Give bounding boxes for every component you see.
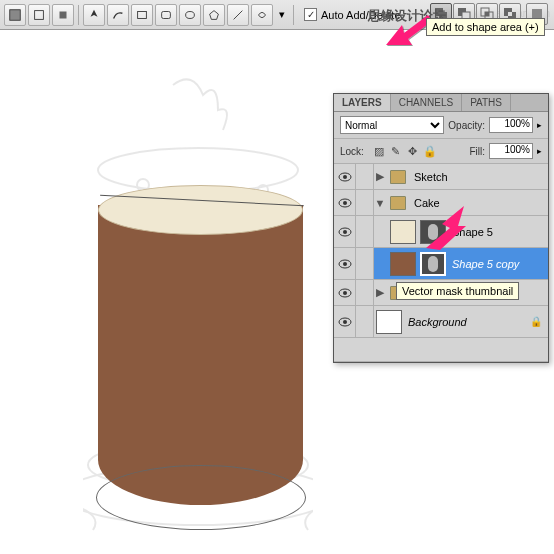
visibility-toggle[interactable] [334,248,356,279]
fill-input[interactable]: 100% [489,143,533,159]
blend-opacity-row: Normal Opacity: 100% ▸ [334,112,548,139]
tooltip-add-shape: Add to shape area (+) [426,18,545,36]
svg-point-35 [343,291,347,295]
layer-thumbnail[interactable] [390,252,416,276]
svg-point-37 [343,320,347,324]
layer-name[interactable]: Shape 5 copy [448,258,548,270]
pen-tool-btn[interactable] [83,4,105,26]
auto-add-delete-checkbox[interactable]: ✓ [304,8,317,21]
opacity-label: Opacity: [448,120,485,131]
fill-pixels-btn[interactable] [52,4,74,26]
link-col [356,164,374,189]
svg-marker-6 [210,10,219,19]
empty-layer-area [334,338,548,362]
layer-thumbnail[interactable] [376,310,402,334]
visibility-toggle[interactable] [334,216,356,247]
lock-label: Lock: [340,146,364,157]
lock-transparency-icon[interactable]: ▨ [372,144,386,158]
opacity-input[interactable]: 100% [489,117,533,133]
svg-rect-17 [508,12,512,16]
shape-options-btn[interactable]: ▾ [275,4,289,26]
blend-mode-select[interactable]: Normal [340,116,444,134]
svg-point-27 [343,175,347,179]
svg-point-29 [343,201,347,205]
cake-body [98,205,303,505]
svg-rect-2 [60,11,67,18]
tab-paths[interactable]: PATHS [462,94,511,111]
layer-row-background[interactable]: Background 🔒 [334,306,548,338]
svg-point-5 [186,11,195,18]
freeform-pen-btn[interactable] [107,4,129,26]
folder-icon [390,196,406,210]
svg-point-33 [343,262,347,266]
link-col [356,306,374,337]
ellipse-shape-btn[interactable] [179,4,201,26]
polygon-shape-btn[interactable] [203,4,225,26]
tooltip-vector-mask: Vector mask thumbnail [396,282,519,300]
svg-point-31 [343,230,347,234]
lock-all-icon[interactable]: 🔒 [423,144,437,158]
svg-rect-3 [138,11,147,18]
lock-indicator-icon: 🔒 [530,316,548,327]
link-col [356,216,374,247]
svg-rect-4 [162,11,171,18]
svg-rect-0 [10,9,21,20]
twisty-icon[interactable]: ▶ [374,286,386,299]
vector-mask-thumbnail-selected[interactable] [420,252,446,276]
link-col [356,280,374,305]
lock-pixels-icon[interactable]: ✎ [389,144,403,158]
custom-shape-btn[interactable] [251,4,273,26]
layer-thumbnail[interactable] [390,220,416,244]
cake-top-ellipse [98,185,303,235]
link-col [356,190,374,215]
twisty-icon[interactable]: ▼ [374,197,386,209]
layer-name[interactable]: Background [404,316,530,328]
panel-tabs: LAYERS CHANNELS PATHS [334,94,548,112]
layer-list: ▶ Sketch ▼ Cake Shape 5 Sha [334,164,548,362]
link-col [356,248,374,279]
tab-layers[interactable]: LAYERS [334,94,391,111]
rectangle-shape-btn[interactable] [131,4,153,26]
lock-position-icon[interactable]: ✥ [406,144,420,158]
callout-arrow-2 [420,204,470,254]
visibility-toggle[interactable] [334,280,356,305]
svg-line-7 [234,10,243,19]
lock-fill-row: Lock: ▨ ✎ ✥ 🔒 Fill: 100% ▸ [334,139,548,164]
toolbar-divider [78,5,79,25]
line-shape-btn[interactable] [227,4,249,26]
cake-artwork [58,75,338,554]
tab-channels[interactable]: CHANNELS [391,94,462,111]
rounded-rect-btn[interactable] [155,4,177,26]
fill-label: Fill: [469,146,485,157]
layer-row-sketch[interactable]: ▶ Sketch [334,164,548,190]
path-bottom-ellipse[interactable] [96,465,306,530]
shape-layers-btn[interactable] [4,4,26,26]
cake-cylinder [98,185,303,505]
layer-name[interactable]: Sketch [410,171,548,183]
twisty-icon[interactable]: ▶ [374,170,386,183]
visibility-toggle[interactable] [334,164,356,189]
toolbar-divider-2 [293,5,294,25]
folder-icon [390,170,406,184]
visibility-toggle[interactable] [334,306,356,337]
visibility-toggle[interactable] [334,190,356,215]
lock-icons: ▨ ✎ ✥ 🔒 [372,144,437,158]
svg-rect-14 [485,12,489,16]
paths-btn[interactable] [28,4,50,26]
svg-marker-38 [426,206,466,250]
opacity-flyout-icon[interactable]: ▸ [537,120,542,130]
svg-rect-1 [35,10,44,19]
fill-flyout-icon[interactable]: ▸ [537,146,542,156]
